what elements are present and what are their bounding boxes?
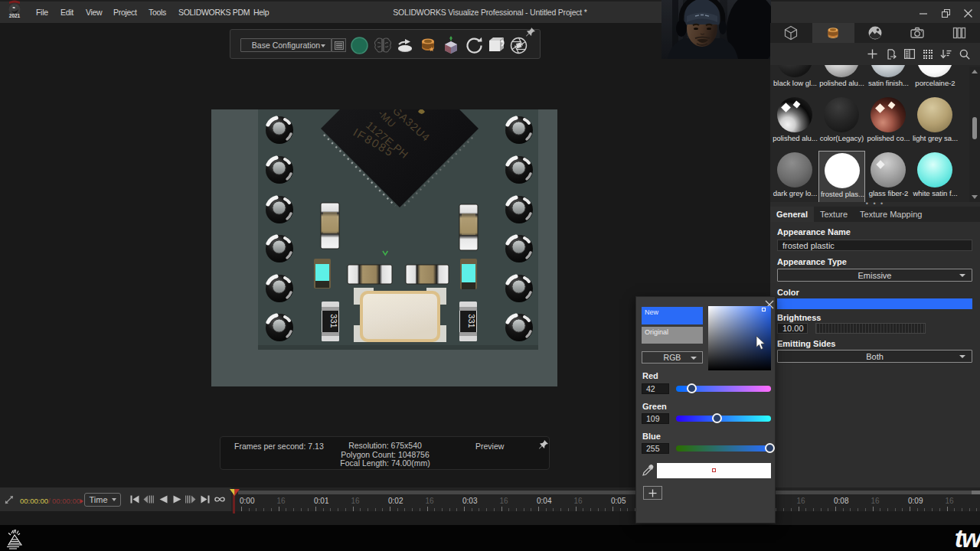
library-item[interactable]: satin finish... [865,65,912,93]
play-reverse-icon [159,495,168,504]
blue-slider[interactable] [676,445,771,452]
webcam-video [662,0,771,59]
menu-file[interactable]: File [36,8,48,17]
timeline-ruler[interactable]: 0:00160:01160:02160:03160:04160:05160:06… [231,487,980,511]
model-button[interactable] [442,36,460,54]
render-button[interactable] [487,36,505,54]
minimize-button[interactable] [916,6,930,20]
play-reverse-button[interactable] [158,494,168,504]
tab-cameras[interactable] [896,23,938,43]
configuration-dropdown[interactable]: Base Configuration [240,38,332,52]
add-swatch-button[interactable] [643,486,662,500]
color-swatch[interactable] [777,298,972,309]
restore-button[interactable] [939,6,952,20]
resistor-value-right: 331 [467,314,476,328]
timeline-range-bar[interactable] [238,491,980,494]
menu-tools[interactable]: Tools [149,8,166,17]
expand-timeline-icon[interactable] [4,494,15,505]
grid-icon [923,49,933,60]
brain-icon [374,37,392,54]
library-item-selected[interactable]: frosted plas... [818,151,865,202]
cube-icon [783,25,799,41]
scrollbar-thumb[interactable] [972,117,977,139]
play-button[interactable] [172,494,182,504]
menu-view[interactable]: View [86,8,102,17]
stat-resolution: Resolution: 675x540 [289,442,481,451]
step-back-button[interactable] [143,494,154,504]
toolbar-pin-icon[interactable] [525,27,536,41]
green-slider[interactable] [676,416,771,422]
green-input[interactable]: 109 [642,413,669,424]
library-item[interactable]: color(Legacy) [818,96,865,148]
library-item[interactable]: light grey sa... [912,96,959,148]
menu-solidworks-pdm[interactable]: SOLIDWORKS PDM [178,8,250,17]
range-bar-handle[interactable] [972,491,980,494]
eyedropper-icon[interactable] [642,465,654,476]
close-button[interactable] [961,6,975,20]
library-scrollbar[interactable] [969,67,980,202]
red-input[interactable]: 42 [642,383,669,394]
menu-project[interactable]: Project [113,8,137,17]
skip-to-start-button[interactable] [129,494,140,504]
timeline-time-caret-icon[interactable] [80,499,83,504]
tab-texture[interactable]: Texture [814,207,854,222]
tab-models[interactable] [770,23,812,43]
configuration-list-button[interactable] [332,38,346,52]
emitting-sides-select[interactable]: Both [777,350,972,363]
red-slider[interactable] [676,386,771,392]
brightness-slider[interactable] [815,323,926,334]
tab-texture-mapping[interactable]: Texture Mapping [854,207,928,222]
skip-to-end-button[interactable] [200,494,211,504]
infinity-icon [214,496,225,503]
blue-input[interactable]: 255 [642,443,669,454]
red-slider-knob[interactable] [687,383,697,393]
blue-slider-knob[interactable] [765,443,775,453]
library-item[interactable]: dark grey lo... [772,151,818,202]
add-appearance-button[interactable] [867,48,878,60]
blue-label: Blue [642,432,661,441]
library-item[interactable]: polished alu... [772,96,818,148]
playhead-flag[interactable] [230,489,240,496]
loop-button[interactable] [214,494,225,504]
scroll-down-icon[interactable] [972,195,978,199]
denoiser-button[interactable] [374,36,392,54]
menu-help[interactable]: Help [253,8,269,17]
search-button[interactable] [959,48,970,60]
tab-environments[interactable] [854,23,897,43]
step-forward-button[interactable] [185,494,196,504]
sort-button[interactable] [940,48,952,60]
library-item[interactable]: black low gl... [772,65,818,93]
library-item[interactable]: glass fiber-2 [865,151,912,202]
appearance-label: satin finish... [865,79,912,87]
import-appearance-button[interactable] [885,48,897,60]
library-item[interactable]: polished co... [865,96,912,148]
appearance-thumbnail [777,65,812,77]
ruler-frame-label: 16 [946,497,954,505]
timeline-end-time: 00:00:00 [52,497,80,505]
library-item[interactable]: polished alu... [818,65,865,93]
render-sphere-button[interactable] [350,36,368,54]
appearance-type-select[interactable]: Emissive [777,269,972,282]
scroll-up-icon[interactable] [972,70,978,73]
green-slider-knob[interactable] [712,413,722,423]
appearance-library-button[interactable] [419,36,437,54]
brightness-input[interactable]: 10.00 [777,323,808,334]
color-picker-dialog: New Original RGB Red 42 Green 109 Blue 2… [635,296,776,523]
library-item[interactable]: porcelaine-2 [912,65,959,93]
tab-render-queue[interactable] [938,23,980,43]
split-view-button[interactable] [903,48,915,60]
turntable-button[interactable] [396,36,414,54]
tab-general[interactable]: General [770,207,814,222]
menu-edit[interactable]: Edit [60,8,74,17]
reset-view-button[interactable] [465,36,483,54]
thumbnail-size-button[interactable] [922,48,933,60]
custom-swatch-bar[interactable] [657,463,771,478]
timeline-mode-dropdown[interactable]: Time [84,493,121,507]
sv-marker [762,308,766,311]
tab-appearances[interactable] [812,23,854,43]
render-canvas[interactable]: GA32U4 -MU 1127E PH IF8085 [211,109,557,386]
library-item[interactable]: white satin f... [912,151,959,202]
color-mode-select[interactable]: RGB [642,351,703,364]
stats-pin-icon[interactable] [538,439,549,452]
appearance-name-input[interactable]: frosted plastic [777,240,972,251]
